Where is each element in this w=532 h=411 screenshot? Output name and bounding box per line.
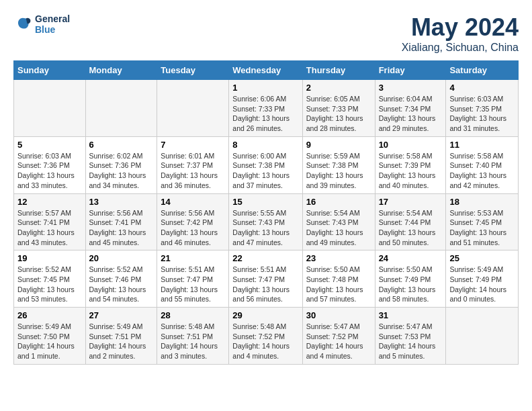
page-header: General Blue May 2024 Xialiang, Sichuan,… [13, 13, 519, 54]
day-cell-28: 28Sunrise: 5:48 AM Sunset: 7:51 PM Dayli… [157, 308, 229, 365]
logo: General Blue [13, 13, 70, 35]
week-row-3: 12Sunrise: 5:57 AM Sunset: 7:41 PM Dayli… [14, 193, 519, 250]
weekday-header-saturday: Saturday [446, 61, 519, 80]
weekday-header-monday: Monday [85, 61, 157, 80]
weekday-header-sunday: Sunday [14, 61, 86, 80]
day-cell-31: 31Sunrise: 5:47 AM Sunset: 7:53 PM Dayli… [375, 308, 446, 365]
day-info: Sunrise: 6:03 AM Sunset: 7:35 PM Dayligh… [449, 94, 515, 134]
day-number: 3 [379, 83, 443, 93]
day-number: 9 [306, 140, 371, 150]
day-info: Sunrise: 5:47 AM Sunset: 7:52 PM Dayligh… [306, 322, 371, 361]
empty-cell [85, 80, 157, 137]
day-cell-18: 18Sunrise: 5:53 AM Sunset: 7:45 PM Dayli… [446, 193, 519, 250]
logo-line1: General [35, 13, 70, 24]
day-number: 11 [449, 140, 515, 150]
day-cell-5: 5Sunrise: 6:03 AM Sunset: 7:36 PM Daylig… [14, 136, 86, 193]
weekday-header-thursday: Thursday [302, 61, 375, 80]
day-cell-1: 1Sunrise: 6:06 AM Sunset: 7:33 PM Daylig… [229, 80, 302, 137]
day-number: 19 [17, 253, 82, 263]
day-number: 22 [232, 253, 298, 263]
day-info: Sunrise: 5:51 AM Sunset: 7:47 PM Dayligh… [161, 265, 225, 304]
weekday-header-tuesday: Tuesday [157, 61, 229, 80]
day-number: 12 [17, 197, 82, 207]
day-number: 13 [89, 197, 154, 207]
day-cell-16: 16Sunrise: 5:54 AM Sunset: 7:43 PM Dayli… [302, 193, 375, 250]
day-cell-15: 15Sunrise: 5:55 AM Sunset: 7:43 PM Dayli… [229, 193, 302, 250]
day-info: Sunrise: 6:05 AM Sunset: 7:33 PM Dayligh… [306, 94, 371, 134]
day-cell-7: 7Sunrise: 6:01 AM Sunset: 7:37 PM Daylig… [157, 136, 229, 193]
day-number: 30 [306, 310, 371, 320]
day-number: 15 [232, 197, 298, 207]
empty-cell [446, 308, 519, 365]
day-info: Sunrise: 5:49 AM Sunset: 7:49 PM Dayligh… [449, 265, 515, 304]
day-info: Sunrise: 5:57 AM Sunset: 7:41 PM Dayligh… [17, 208, 82, 248]
day-info: Sunrise: 5:50 AM Sunset: 7:48 PM Dayligh… [306, 265, 371, 304]
day-number: 18 [449, 197, 515, 207]
day-info: Sunrise: 5:56 AM Sunset: 7:42 PM Dayligh… [161, 208, 225, 248]
logo-icon [13, 15, 32, 34]
day-cell-10: 10Sunrise: 5:58 AM Sunset: 7:39 PM Dayli… [375, 136, 446, 193]
day-cell-11: 11Sunrise: 5:58 AM Sunset: 7:40 PM Dayli… [446, 136, 519, 193]
day-info: Sunrise: 5:53 AM Sunset: 7:45 PM Dayligh… [449, 208, 515, 248]
day-number: 4 [449, 83, 515, 93]
day-number: 21 [161, 253, 225, 263]
day-info: Sunrise: 5:48 AM Sunset: 7:52 PM Dayligh… [232, 322, 298, 361]
day-number: 8 [232, 140, 298, 150]
day-number: 2 [306, 83, 371, 93]
day-number: 7 [161, 140, 225, 150]
calendar-table: SundayMondayTuesdayWednesdayThursdayFrid… [13, 60, 519, 365]
week-row-1: 1Sunrise: 6:06 AM Sunset: 7:33 PM Daylig… [14, 80, 519, 137]
day-info: Sunrise: 6:01 AM Sunset: 7:37 PM Dayligh… [161, 151, 225, 191]
day-info: Sunrise: 6:06 AM Sunset: 7:33 PM Dayligh… [232, 94, 298, 134]
day-number: 16 [306, 197, 371, 207]
day-number: 14 [161, 197, 225, 207]
day-cell-13: 13Sunrise: 5:56 AM Sunset: 7:41 PM Dayli… [85, 193, 157, 250]
day-number: 26 [17, 310, 82, 320]
day-info: Sunrise: 5:58 AM Sunset: 7:40 PM Dayligh… [449, 151, 515, 191]
weekday-header-row: SundayMondayTuesdayWednesdayThursdayFrid… [14, 61, 519, 80]
day-cell-14: 14Sunrise: 5:56 AM Sunset: 7:42 PM Dayli… [157, 193, 229, 250]
day-number: 31 [379, 310, 443, 320]
day-cell-4: 4Sunrise: 6:03 AM Sunset: 7:35 PM Daylig… [446, 80, 519, 137]
day-cell-25: 25Sunrise: 5:49 AM Sunset: 7:49 PM Dayli… [446, 250, 519, 308]
day-cell-19: 19Sunrise: 5:52 AM Sunset: 7:45 PM Dayli… [14, 250, 86, 308]
day-number: 24 [379, 253, 443, 263]
month-title: May 2024 [402, 13, 519, 42]
day-info: Sunrise: 5:55 AM Sunset: 7:43 PM Dayligh… [232, 208, 298, 248]
empty-cell [14, 80, 86, 137]
day-info: Sunrise: 6:02 AM Sunset: 7:36 PM Dayligh… [89, 151, 154, 191]
day-cell-21: 21Sunrise: 5:51 AM Sunset: 7:47 PM Dayli… [157, 250, 229, 308]
day-info: Sunrise: 5:50 AM Sunset: 7:49 PM Dayligh… [379, 265, 443, 304]
day-number: 20 [89, 253, 154, 263]
day-number: 1 [232, 83, 298, 93]
day-info: Sunrise: 5:54 AM Sunset: 7:43 PM Dayligh… [306, 208, 371, 248]
day-number: 28 [161, 310, 225, 320]
day-info: Sunrise: 6:00 AM Sunset: 7:38 PM Dayligh… [232, 151, 298, 191]
day-cell-29: 29Sunrise: 5:48 AM Sunset: 7:52 PM Dayli… [229, 308, 302, 365]
day-number: 23 [306, 253, 371, 263]
day-info: Sunrise: 5:58 AM Sunset: 7:39 PM Dayligh… [379, 151, 443, 191]
day-cell-17: 17Sunrise: 5:54 AM Sunset: 7:44 PM Dayli… [375, 193, 446, 250]
day-cell-24: 24Sunrise: 5:50 AM Sunset: 7:49 PM Dayli… [375, 250, 446, 308]
day-info: Sunrise: 5:47 AM Sunset: 7:53 PM Dayligh… [379, 322, 443, 361]
title-block: May 2024 Xialiang, Sichuan, China [402, 13, 519, 54]
day-cell-3: 3Sunrise: 6:04 AM Sunset: 7:34 PM Daylig… [375, 80, 446, 137]
day-info: Sunrise: 5:49 AM Sunset: 7:51 PM Dayligh… [89, 322, 154, 361]
day-number: 5 [17, 140, 82, 150]
day-cell-22: 22Sunrise: 5:51 AM Sunset: 7:47 PM Dayli… [229, 250, 302, 308]
day-info: Sunrise: 5:56 AM Sunset: 7:41 PM Dayligh… [89, 208, 154, 248]
day-cell-9: 9Sunrise: 5:59 AM Sunset: 7:38 PM Daylig… [302, 136, 375, 193]
day-info: Sunrise: 5:49 AM Sunset: 7:50 PM Dayligh… [17, 322, 82, 361]
day-info: Sunrise: 5:54 AM Sunset: 7:44 PM Dayligh… [379, 208, 443, 248]
day-info: Sunrise: 6:03 AM Sunset: 7:36 PM Dayligh… [17, 151, 82, 191]
day-cell-8: 8Sunrise: 6:00 AM Sunset: 7:38 PM Daylig… [229, 136, 302, 193]
day-info: Sunrise: 5:52 AM Sunset: 7:45 PM Dayligh… [17, 265, 82, 304]
day-info: Sunrise: 6:04 AM Sunset: 7:34 PM Dayligh… [379, 94, 443, 134]
day-info: Sunrise: 5:52 AM Sunset: 7:46 PM Dayligh… [89, 265, 154, 304]
day-number: 10 [379, 140, 443, 150]
day-info: Sunrise: 5:51 AM Sunset: 7:47 PM Dayligh… [232, 265, 298, 304]
week-row-2: 5Sunrise: 6:03 AM Sunset: 7:36 PM Daylig… [14, 136, 519, 193]
day-cell-12: 12Sunrise: 5:57 AM Sunset: 7:41 PM Dayli… [14, 193, 86, 250]
day-info: Sunrise: 5:59 AM Sunset: 7:38 PM Dayligh… [306, 151, 371, 191]
logo-line2: Blue [35, 24, 70, 35]
